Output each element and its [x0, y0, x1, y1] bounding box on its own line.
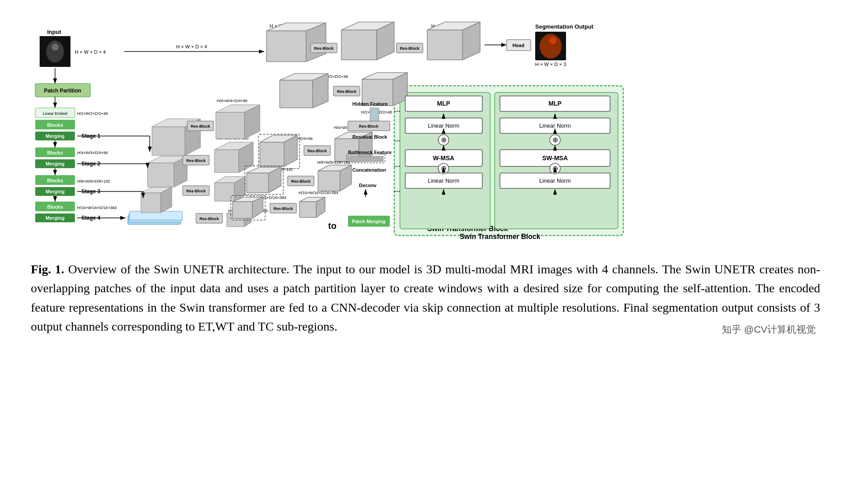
- caption-paragraph: Fig. 1. Overview of the Swin UNETR archi…: [31, 260, 820, 336]
- enc1-dim: H/4×W/4×D/4×96: [217, 99, 248, 103]
- patch-merging-label: Patch Merging: [352, 219, 385, 224]
- svg-rect-36: [215, 150, 239, 173]
- svg-text:⊕: ⊕: [552, 136, 558, 143]
- merging-label-4: Merging: [46, 215, 65, 221]
- svg-rect-32: [215, 183, 234, 201]
- diagram-svg: Swin Transformer Block Input H × W × D ×…: [26, 13, 825, 260]
- deconv-label: Deconv: [359, 183, 377, 188]
- linear-norm-right-top: Linear Norm: [539, 122, 571, 129]
- swmsa-label: SW-MSA: [542, 155, 568, 162]
- caption-body: Overview of the Swin UNETR architecture.…: [31, 262, 820, 333]
- head-label: Head: [513, 43, 525, 48]
- linear-norm-left-top: Linear Norm: [428, 122, 459, 129]
- svg-point-58: [540, 34, 562, 59]
- segmentation-output-label: Segmentation Output: [535, 23, 594, 30]
- input-to-top-dim: H × W × D × 4: [176, 44, 207, 49]
- res-block-dec2: Res-Block: [307, 149, 327, 153]
- hidden-feature-label: Hidden Feature: [352, 101, 388, 107]
- merging-label-2: Merging: [46, 161, 65, 166]
- to-label: to: [328, 221, 337, 231]
- linear-norm-left-bottom: Linear Norm: [428, 177, 459, 184]
- stage3-dim-in: H/8×W/8×D/8×192: [77, 179, 110, 184]
- dec3-out-dim: H/8×W/8×D/8×192: [317, 160, 350, 165]
- fig-label: Fig. 1.: [31, 262, 64, 276]
- stage4-dim-in: H/16×W/16×D/16×384: [77, 206, 117, 210]
- diagram-area: Swin Transformer Block Input H × W × D ×…: [26, 13, 825, 260]
- blocks-label-3: Blocks: [47, 178, 63, 183]
- watermark: 知乎 @CV计算机视觉: [722, 323, 816, 336]
- page-container: Swin Transformer Block Input H × W × D ×…: [0, 0, 851, 354]
- output-dim-label: H × W × D × 3: [535, 62, 566, 67]
- res-block-dec1: Res-Block: [337, 89, 357, 94]
- linear-embed-label: Linear Embed: [43, 111, 67, 116]
- svg-rect-40: [216, 112, 244, 139]
- concatenation-label: Concatenation: [352, 167, 386, 173]
- merging-label-1: Merging: [46, 133, 65, 139]
- input-label: Input: [47, 29, 61, 35]
- blocks-label-4: Blocks: [47, 204, 63, 210]
- stage1-dim-in: H/2×W/2×D/2×48: [77, 111, 108, 116]
- blocks-label-1: Blocks: [47, 122, 63, 128]
- svg-rect-75: [247, 173, 269, 193]
- res-block-enc4: Res-Block: [200, 217, 219, 221]
- svg-rect-117: [370, 108, 379, 121]
- patch-partition-label: Patch Partition: [44, 88, 81, 94]
- svg-rect-52: [427, 30, 462, 60]
- svg-rect-18: [141, 193, 161, 213]
- input-dim-label: H × W × D × 4: [75, 49, 106, 55]
- res-block-enc1: Res-Block: [191, 124, 211, 129]
- stage2-dim-in: H/4×W/4×D/4×96: [77, 151, 108, 155]
- swin-block-title: Swin Transformer Block: [459, 233, 540, 240]
- svg-rect-48: [341, 30, 377, 60]
- res-block-dec4: Res-Block: [274, 206, 293, 211]
- svg-rect-83: [233, 202, 252, 218]
- dec4-out-dim: H/16×W/16×D/16×384: [299, 191, 338, 195]
- svg-rect-80: [318, 171, 340, 191]
- svg-rect-67: [260, 142, 284, 166]
- mlp-right-label: MLP: [548, 100, 562, 107]
- svg-text:⊕: ⊕: [441, 136, 447, 143]
- linear-norm-right-bottom: Linear Norm: [539, 177, 571, 184]
- svg-point-59: [549, 37, 556, 44]
- residual-block-label: Res-Block: [359, 124, 379, 129]
- caption-area: Fig. 1. Overview of the Swin UNETR archi…: [26, 260, 825, 336]
- res-block-dec3: Res-Block: [291, 179, 311, 184]
- res-block-top1: Res-Block: [314, 46, 334, 51]
- wmsa-label: W-MSA: [433, 155, 455, 162]
- residual-block-text: Residual Block: [352, 134, 388, 140]
- svg-rect-60: [280, 80, 313, 108]
- res-block-enc2: Res-Block: [186, 158, 206, 163]
- res-block-enc3: Res-Block: [186, 189, 206, 193]
- svg-rect-21: [148, 163, 174, 187]
- blocks-label-2: Blocks: [47, 150, 63, 155]
- svg-rect-43: [266, 31, 306, 62]
- svg-rect-24: [152, 127, 185, 155]
- svg-rect-119: [348, 156, 383, 162]
- res-block-dec0: Res-Block: [400, 46, 420, 51]
- svg-rect-88: [300, 202, 316, 217]
- merging-label-3: Merging: [46, 189, 65, 194]
- mlp-left-label: MLP: [437, 100, 450, 107]
